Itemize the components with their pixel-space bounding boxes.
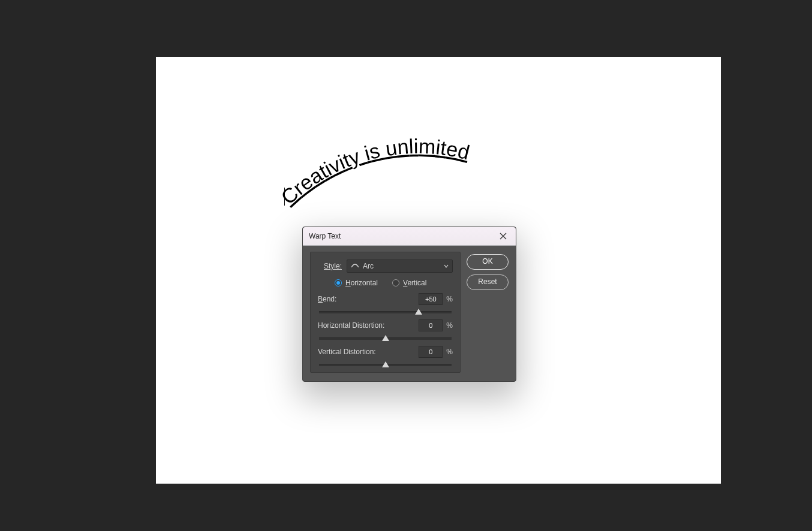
warp-text-dialog: Warp Text Style: Arc bbox=[302, 227, 516, 382]
orientation-horizontal-label: Horizontal bbox=[345, 279, 378, 287]
slider-thumb-icon[interactable] bbox=[415, 309, 422, 315]
bend-slider[interactable] bbox=[319, 311, 452, 313]
orientation-horizontal-option[interactable]: Horizontal bbox=[335, 279, 378, 287]
hdist-slider[interactable] bbox=[319, 337, 452, 340]
radio-unselected-icon bbox=[392, 279, 399, 286]
slider-thumb-icon[interactable] bbox=[382, 361, 389, 367]
dialog-title-text: Warp Text bbox=[309, 227, 341, 245]
reset-button[interactable]: Reset bbox=[467, 274, 509, 290]
vdist-value-input[interactable]: 0 bbox=[419, 346, 443, 358]
percent-label: % bbox=[446, 295, 453, 303]
bend-label: Bend: bbox=[318, 295, 419, 303]
dialog-titlebar[interactable]: Warp Text bbox=[303, 227, 516, 246]
svg-text:Creativity is unlimited: Creativity is unlimited bbox=[276, 134, 472, 209]
text-caret bbox=[284, 188, 285, 206]
hdist-value-input[interactable]: 0 bbox=[419, 319, 443, 331]
vdist-slider[interactable] bbox=[319, 364, 452, 366]
arc-icon bbox=[351, 262, 359, 270]
hdist-control: Horizontal Distortion: 0 % bbox=[318, 319, 453, 340]
radio-selected-icon bbox=[335, 279, 342, 286]
warped-text-layer[interactable]: Creativity is unlimited bbox=[156, 57, 721, 237]
warped-text-content: Creativity is unlimited bbox=[276, 134, 472, 209]
vdist-control: Vertical Distortion: 0 % bbox=[318, 346, 453, 366]
style-value: Arc bbox=[363, 262, 374, 270]
bend-value-input[interactable]: +50 bbox=[419, 293, 443, 305]
vdist-label: Vertical Distortion: bbox=[318, 348, 419, 356]
orientation-vertical-label: Vertical bbox=[403, 279, 426, 287]
percent-label: % bbox=[446, 348, 453, 356]
close-icon[interactable] bbox=[497, 230, 510, 243]
ok-button[interactable]: OK bbox=[467, 254, 509, 270]
chevron-down-icon bbox=[444, 262, 449, 270]
orientation-vertical-option[interactable]: Vertical bbox=[392, 279, 426, 287]
percent-label: % bbox=[446, 321, 453, 330]
style-label: Style: bbox=[318, 262, 342, 270]
slider-thumb-icon[interactable] bbox=[382, 335, 389, 341]
hdist-label: Horizontal Distortion: bbox=[318, 321, 419, 330]
bend-control: Bend: +50 % bbox=[318, 293, 453, 313]
dialog-options-panel: Style: Arc Horizontal bbox=[310, 252, 461, 373]
style-dropdown[interactable]: Arc bbox=[347, 260, 453, 273]
